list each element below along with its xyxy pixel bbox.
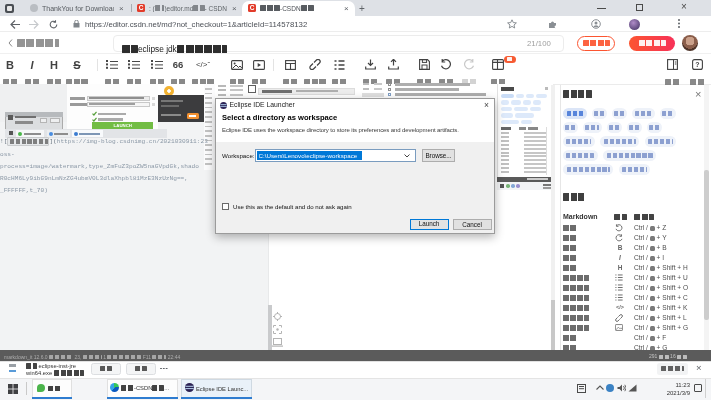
svg-text:?: ? <box>695 61 699 68</box>
